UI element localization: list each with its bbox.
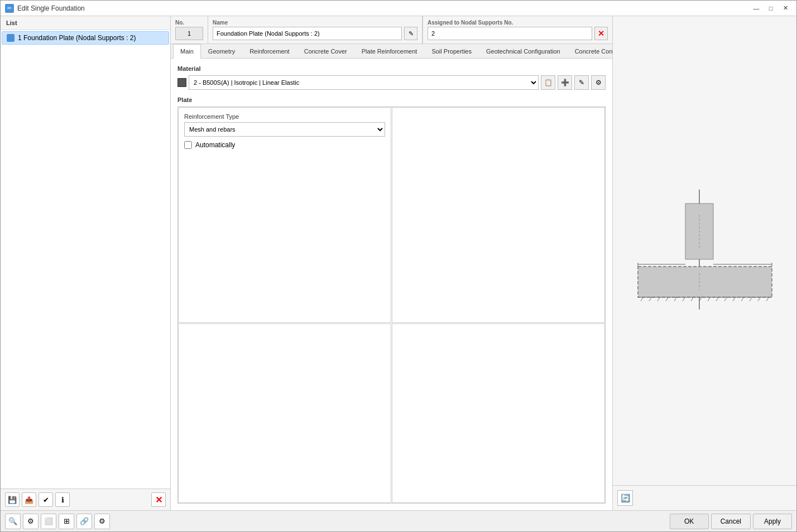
maximize-button[interactable]: □ xyxy=(764,3,777,14)
configure-bottom-button[interactable]: ⚙ xyxy=(94,514,110,529)
center-right-area: No. Name ✎ Assigned to No xyxy=(171,16,796,510)
list-header: List xyxy=(1,16,170,30)
plate-title: Plate xyxy=(177,96,606,103)
close-button[interactable]: ✕ xyxy=(779,3,792,14)
search-bottom-button[interactable]: 🔍 xyxy=(5,514,21,529)
assign-input[interactable] xyxy=(428,27,592,40)
cancel-button[interactable]: Cancel xyxy=(711,514,751,529)
plate-grid: Reinforcement Type Mesh and rebars Rebar… xyxy=(177,107,606,504)
list-item[interactable]: 1 Foundation Plate (Nodal Supports : 2) xyxy=(2,31,169,45)
material-color-swatch xyxy=(177,78,186,87)
tab-content-main: Material 2 - B500S(A) | Isotropic | Line… xyxy=(171,59,612,510)
left-panel-footer: 💾 📤 ✔ ℹ ✕ xyxy=(1,489,170,510)
material-open-button[interactable]: 📋 xyxy=(541,75,555,90)
reinforcement-dropdown-row: Mesh and rebars Rebars only Mesh only xyxy=(184,122,385,137)
automatically-label: Automatically xyxy=(195,141,235,149)
link-bottom-button[interactable]: 🔗 xyxy=(76,514,92,529)
plate-cell-bottom-right xyxy=(392,323,605,504)
tab-reinforcement[interactable]: Reinforcement xyxy=(242,44,297,58)
material-row: 2 - B500S(A) | Isotropic | Linear Elasti… xyxy=(177,75,606,90)
right-panel-footer: 🔄 xyxy=(613,485,796,510)
plate-section: Plate Reinforcement Type Mesh and rebars… xyxy=(177,96,606,504)
assign-clear-button[interactable]: ✕ xyxy=(594,27,608,40)
save-button[interactable]: 💾 xyxy=(5,492,20,507)
material-delete-button[interactable]: ⚙ xyxy=(591,75,606,90)
no-section: No. xyxy=(171,16,208,43)
list-items: 1 Foundation Plate (Nodal Supports : 2) xyxy=(1,30,170,489)
refresh-diagram-button[interactable]: 🔄 xyxy=(617,490,633,506)
name-label: Name xyxy=(213,20,417,26)
material-dropdown[interactable]: 2 - B500S(A) | Isotropic | Linear Elasti… xyxy=(189,75,539,90)
reinforcement-type-label: Reinforcement Type xyxy=(184,113,385,120)
name-edit-button[interactable]: ✎ xyxy=(404,27,417,40)
tab-main[interactable]: Main xyxy=(173,44,201,59)
right-panel-diagram-area xyxy=(613,16,796,485)
foundation-diagram xyxy=(627,187,783,315)
name-row: ✎ xyxy=(213,27,417,40)
assign-section: Assigned to Nodal Supports No. ✕ xyxy=(422,16,612,43)
content-area: List 1 Foundation Plate (Nodal Supports … xyxy=(1,16,796,510)
assign-row: ✕ xyxy=(428,27,608,40)
info-button[interactable]: ℹ xyxy=(55,492,70,507)
window-title: Edit Single Foundation xyxy=(17,4,85,12)
tabs-bar: Main Geometry Reinforcement Concrete Cov… xyxy=(171,44,612,59)
tab-plate-reinforcement[interactable]: Plate Reinforcement xyxy=(354,44,425,58)
check-button[interactable]: ✔ xyxy=(39,492,53,507)
material-section: Material 2 - B500S(A) | Isotropic | Line… xyxy=(177,65,606,90)
title-bar: ✏ Edit Single Foundation — □ ✕ xyxy=(1,1,796,16)
bottom-toolbar: 🔍 ⚙ ⬜ ⊞ 🔗 ⚙ OK Cancel Apply xyxy=(1,510,796,531)
settings-bottom-button[interactable]: ⚙ xyxy=(23,514,39,529)
material-add-button[interactable]: ➕ xyxy=(558,75,572,90)
tab-geometry[interactable]: Geometry xyxy=(201,44,242,58)
material-title: Material xyxy=(177,65,606,72)
apply-button[interactable]: Apply xyxy=(753,514,792,529)
automatically-checkbox[interactable] xyxy=(184,141,192,149)
list-item-icon xyxy=(7,34,15,42)
app-icon: ✏ xyxy=(5,4,14,13)
name-input[interactable] xyxy=(213,27,402,40)
grid-bottom-button[interactable]: ⊞ xyxy=(59,514,74,529)
tab-geotechnical-configuration[interactable]: Geotechnical Configuration xyxy=(479,44,568,58)
no-label: No. xyxy=(175,20,203,26)
right-panel: 🔄 xyxy=(612,16,796,510)
plate-cell-top-left: Reinforcement Type Mesh and rebars Rebar… xyxy=(178,107,391,323)
minimize-button[interactable]: — xyxy=(750,3,763,14)
left-panel: List 1 Foundation Plate (Nodal Supports … xyxy=(1,16,171,510)
tab-soil-properties[interactable]: Soil Properties xyxy=(424,44,479,58)
material-edit-button[interactable]: ✎ xyxy=(574,75,589,90)
ok-button[interactable]: OK xyxy=(670,514,709,529)
plate-cell-top-right xyxy=(392,107,605,323)
no-input[interactable] xyxy=(175,27,203,40)
svg-rect-4 xyxy=(638,267,772,297)
assign-label: Assigned to Nodal Supports No. xyxy=(428,20,608,26)
main-window: ✏ Edit Single Foundation — □ ✕ List 1 Fo… xyxy=(0,0,797,532)
plate-cell-bottom-left xyxy=(178,323,391,504)
tab-concrete-configuration[interactable]: Concrete Configuration xyxy=(568,44,612,58)
top-header: No. Name ✎ Assigned to No xyxy=(171,16,612,44)
export-button[interactable]: 📤 xyxy=(22,492,36,507)
box-bottom-button[interactable]: ⬜ xyxy=(41,514,56,529)
center-main: No. Name ✎ Assigned to No xyxy=(171,16,612,510)
tab-concrete-cover[interactable]: Concrete Cover xyxy=(297,44,354,58)
no-field: No. xyxy=(175,20,203,40)
name-section: Name ✎ xyxy=(208,16,422,43)
delete-button[interactable]: ✕ xyxy=(151,492,166,507)
reinforcement-type-dropdown[interactable]: Mesh and rebars Rebars only Mesh only xyxy=(184,122,385,137)
list-item-label: 1 Foundation Plate (Nodal Supports : 2) xyxy=(18,34,136,42)
title-bar-left: ✏ Edit Single Foundation xyxy=(5,4,85,13)
title-bar-controls: — □ ✕ xyxy=(750,3,792,14)
automatically-row: Automatically xyxy=(184,141,385,149)
